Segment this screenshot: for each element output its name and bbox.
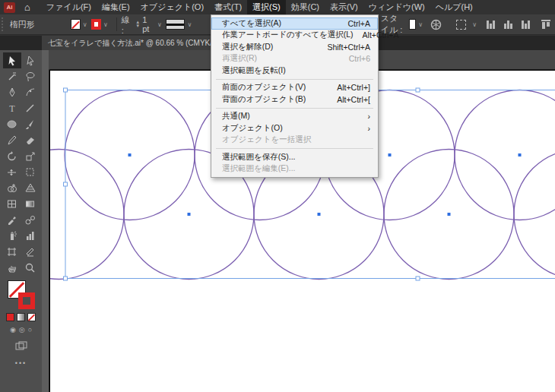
slice-tool[interactable] bbox=[21, 244, 40, 260]
circle-center-anchor[interactable] bbox=[448, 213, 451, 216]
style-swatch[interactable] bbox=[409, 19, 416, 30]
eraser-tool[interactable] bbox=[21, 132, 40, 148]
column-graph-tool[interactable] bbox=[21, 228, 40, 244]
selection-handle[interactable] bbox=[416, 88, 420, 92]
menu-separator bbox=[216, 79, 373, 80]
rotate-tool[interactable] bbox=[3, 148, 21, 164]
selection-tool[interactable] bbox=[3, 52, 21, 68]
selection-handle[interactable] bbox=[64, 88, 68, 92]
artboard-tool[interactable] bbox=[3, 244, 21, 260]
lasso-tool[interactable] bbox=[21, 68, 40, 84]
draw-inside-icon[interactable]: ○ bbox=[28, 326, 32, 334]
selection-handle[interactable] bbox=[416, 277, 420, 280]
eyedropper-tool[interactable] bbox=[3, 212, 21, 228]
paintbrush-tool-icon bbox=[24, 119, 36, 130]
type-tool[interactable]: T bbox=[3, 100, 21, 116]
blend-tool[interactable] bbox=[21, 212, 40, 228]
fill-color-swatch[interactable] bbox=[71, 19, 81, 30]
scale-tool[interactable] bbox=[21, 148, 40, 164]
stroke-weight-value[interactable]: 1 pt bbox=[142, 15, 155, 33]
width-profile-caret-icon[interactable]: ∨ bbox=[187, 21, 192, 28]
circle-center-anchor[interactable] bbox=[188, 213, 191, 216]
screen-mode-icon[interactable] bbox=[15, 340, 27, 353]
dropdown-item-2[interactable]: 選択を解除(D)Shift+Ctrl+A bbox=[211, 41, 378, 53]
stroke-caret-icon[interactable]: ∨ bbox=[103, 21, 108, 28]
menu-item-4[interactable]: 選択(S) bbox=[247, 0, 286, 14]
blend-tool-icon bbox=[24, 214, 36, 226]
stroke-weight-caret-icon[interactable]: ∨ bbox=[157, 21, 162, 28]
menu-item-3[interactable]: 書式(T) bbox=[209, 0, 247, 14]
shaper-tool-icon bbox=[6, 134, 17, 146]
fill-stroke-proxy[interactable] bbox=[6, 280, 36, 309]
edit-toolbar-icon[interactable]: ••• bbox=[15, 359, 27, 367]
dropdown-item-label: 作業アートボードのすべてを選択(L) bbox=[222, 30, 354, 40]
recolor-artwork-icon[interactable] bbox=[430, 19, 442, 30]
fill-caret-icon[interactable]: ∨ bbox=[83, 21, 87, 28]
menu-item-2[interactable]: オブジェクト(O) bbox=[135, 0, 209, 14]
dropdown-item-4[interactable]: 選択範囲を反転(I) bbox=[211, 65, 378, 77]
stroke-weight-stepper[interactable]: ▲▼ bbox=[135, 21, 140, 28]
stroke-weight-label: 線 : bbox=[122, 14, 134, 35]
shortcut-label: Shift+Ctrl+A bbox=[318, 43, 370, 52]
curvature-tool[interactable] bbox=[21, 84, 40, 100]
none-button[interactable] bbox=[27, 313, 36, 321]
pen-tool[interactable] bbox=[3, 84, 21, 100]
illustrator-logo-icon: Ai bbox=[4, 2, 15, 13]
circle-center-anchor[interactable] bbox=[318, 213, 321, 216]
direct-selection-tool-icon bbox=[24, 55, 36, 66]
line-segment-tool[interactable] bbox=[21, 100, 40, 116]
shortcut-label: Alt+Ctrl+] bbox=[328, 83, 370, 92]
stroke-color-swatch[interactable] bbox=[91, 19, 101, 30]
dropdown-item-13[interactable]: 選択範囲を保存(S)... bbox=[211, 151, 378, 163]
align-right-icon[interactable] bbox=[522, 21, 530, 29]
gradient-tool[interactable] bbox=[21, 196, 40, 212]
stroke-proxy-red[interactable] bbox=[18, 292, 35, 309]
align-left-icon[interactable] bbox=[487, 21, 495, 29]
selection-tool-icon bbox=[6, 55, 17, 66]
width-tool[interactable] bbox=[3, 164, 21, 180]
zoom-tool[interactable] bbox=[21, 260, 40, 276]
gradient-button[interactable] bbox=[17, 313, 25, 321]
dropdown-item-0[interactable]: すべてを選択(A)Ctrl+A bbox=[211, 17, 378, 30]
document-setup-caret-icon[interactable]: ∨ bbox=[472, 21, 477, 28]
symbol-sprayer-tool[interactable] bbox=[3, 228, 21, 244]
shortcut-label: Alt+Ctrl+A bbox=[354, 30, 399, 40]
dropdown-item-6[interactable]: 前面のオブジェクト(V)Alt+Ctrl+] bbox=[211, 82, 378, 94]
selection-handle[interactable] bbox=[64, 277, 68, 280]
shape-builder-tool[interactable] bbox=[3, 180, 21, 196]
perspective-grid-tool-icon bbox=[24, 182, 36, 194]
dropdown-item-10[interactable]: オブジェクト(O)› bbox=[211, 122, 378, 134]
circle-center-anchor[interactable] bbox=[519, 153, 522, 156]
shaper-tool[interactable] bbox=[3, 132, 21, 148]
mesh-tool[interactable] bbox=[3, 196, 21, 212]
draw-behind-icon[interactable]: ◎ bbox=[19, 326, 25, 334]
menu-item-0[interactable]: ファイル(F) bbox=[41, 0, 97, 14]
dropdown-item-1[interactable]: 作業アートボードのすべてを選択(L)Alt+Ctrl+A bbox=[211, 30, 378, 42]
ellipse-tool[interactable] bbox=[3, 116, 21, 132]
document-setup-icon[interactable] bbox=[456, 20, 466, 30]
column-graph-tool-icon bbox=[24, 230, 36, 242]
align-center-icon[interactable] bbox=[504, 21, 512, 29]
menu-item-5[interactable]: 効果(C) bbox=[286, 0, 325, 14]
menu-item-1[interactable]: 編集(E) bbox=[97, 0, 135, 14]
home-icon[interactable]: ⌂ bbox=[24, 2, 30, 12]
drawing-modes[interactable]: ◉ ◎ ○ bbox=[10, 326, 32, 334]
free-transform-tool[interactable] bbox=[21, 164, 40, 180]
selection-handle[interactable] bbox=[64, 182, 68, 186]
dropdown-item-7[interactable]: 背面のオブジェクト(B)Alt+Ctrl+[ bbox=[211, 93, 378, 106]
paintbrush-tool[interactable] bbox=[21, 116, 40, 132]
perspective-grid-tool[interactable] bbox=[21, 180, 40, 196]
align-top-icon[interactable] bbox=[541, 20, 551, 30]
style-caret-icon[interactable]: ∨ bbox=[418, 21, 423, 28]
slice-tool-icon bbox=[24, 246, 36, 258]
width-profile-dropdown[interactable] bbox=[166, 19, 186, 30]
color-button[interactable] bbox=[6, 313, 14, 321]
dropdown-item-9[interactable]: 共通(M)› bbox=[211, 111, 378, 123]
menu-item-6[interactable]: 表示(V) bbox=[325, 0, 363, 14]
direct-selection-tool[interactable] bbox=[21, 52, 40, 68]
circle-center-anchor[interactable] bbox=[388, 153, 392, 156]
magic-wand-tool[interactable] bbox=[3, 68, 21, 84]
hand-tool[interactable] bbox=[3, 260, 21, 276]
circle-center-anchor[interactable] bbox=[128, 153, 132, 156]
draw-normal-icon[interactable]: ◉ bbox=[10, 326, 16, 334]
